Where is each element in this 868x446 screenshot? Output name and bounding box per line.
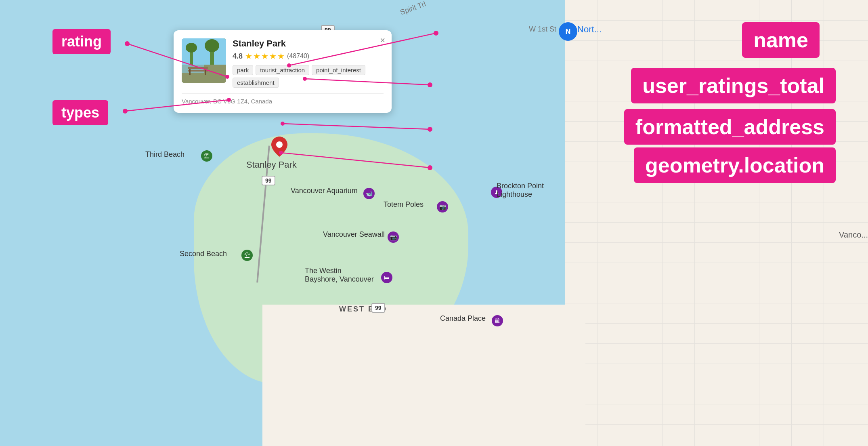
- map-container: ⛱ Third Beach ⛱ Second Beach 🐋 Vancouver…: [0, 0, 868, 446]
- svg-point-3: [205, 39, 219, 52]
- info-card: × Stanley P: [174, 30, 392, 113]
- vancouver-aquarium-label: Vancouver Aquarium: [291, 187, 358, 195]
- north-badge: N: [559, 22, 577, 41]
- svg-rect-11: [205, 69, 206, 75]
- card-types: park tourist_attraction point_of_interes…: [233, 65, 384, 88]
- formatted-address: Vancouver, BC V6G 1Z4, Canada: [182, 93, 384, 105]
- second-beach-icon: ⛱: [241, 250, 253, 261]
- vancouver-aquarium-icon: 🐋: [363, 188, 375, 199]
- rating-row: 4.8 ★ ★ ★ ★ ★ (48740): [233, 51, 384, 61]
- ratings-count: (48740): [287, 53, 309, 60]
- type-poi: point_of_interest: [312, 65, 365, 75]
- star-2: ★: [253, 51, 260, 61]
- user-ratings-annotation: user_ratings_total: [631, 68, 836, 103]
- rating-value: 4.8: [233, 52, 243, 61]
- star-1: ★: [245, 51, 252, 61]
- brockton-label: Brockton PointLighthouse: [497, 182, 544, 199]
- svg-point-5: [186, 43, 197, 53]
- seawall-label: Vancouver Seawall: [323, 230, 385, 239]
- svg-rect-10: [189, 69, 191, 75]
- geometry-location-annotation: geometry.location: [634, 147, 836, 183]
- stars: ★ ★ ★ ★ ★: [245, 51, 285, 61]
- name-annotation: name: [742, 22, 820, 58]
- third-beach-icon: ⛱: [201, 150, 212, 162]
- vanco-label: Vanco...: [839, 230, 868, 240]
- star-4: ★: [269, 51, 277, 61]
- svg-point-0: [276, 141, 283, 148]
- totem-poles-label: Totem Poles: [384, 200, 424, 209]
- road-99-bottom: 99: [371, 303, 385, 313]
- canada-place-icon: 🏛: [492, 315, 503, 326]
- north-text: Nort...: [577, 24, 602, 35]
- card-image: [182, 38, 226, 83]
- second-beach-label: Second Beach: [180, 250, 227, 258]
- road-99-mid: 99: [262, 176, 275, 185]
- formatted-address-annotation: formatted_address: [624, 109, 836, 145]
- type-park: park: [233, 65, 253, 75]
- totem-poles-icon: 📷: [437, 201, 448, 212]
- city-bottom: [262, 305, 585, 446]
- card-info: Stanley Park 4.8 ★ ★ ★ ★ ★ (48740) park …: [233, 38, 384, 92]
- types-annotation: types: [52, 100, 108, 125]
- close-button[interactable]: ×: [380, 36, 385, 45]
- third-beach-label: Third Beach: [145, 150, 185, 159]
- w1st-st-label: W 1st St: [529, 25, 556, 34]
- stanley-park-map-label: Stanley Park: [246, 160, 297, 170]
- star-5: ★: [277, 51, 285, 61]
- seawall-icon: 📷: [388, 231, 399, 243]
- westin-icon: 🛏: [381, 272, 392, 283]
- place-name: Stanley Park: [233, 38, 384, 49]
- star-3: ★: [261, 51, 268, 61]
- rating-annotation: rating: [52, 29, 111, 54]
- type-tourist: tourist_attraction: [256, 65, 309, 75]
- type-establishment: establishment: [233, 78, 279, 88]
- svg-rect-8: [188, 67, 208, 69]
- westin-label: The WestinBayshore, Vancouver: [305, 267, 374, 284]
- city-area: [565, 0, 868, 446]
- canada-place-label: Canada Place: [440, 314, 486, 323]
- map-marker[interactable]: [271, 137, 287, 157]
- spirit-trl-label: Spirit Trl: [399, 0, 427, 17]
